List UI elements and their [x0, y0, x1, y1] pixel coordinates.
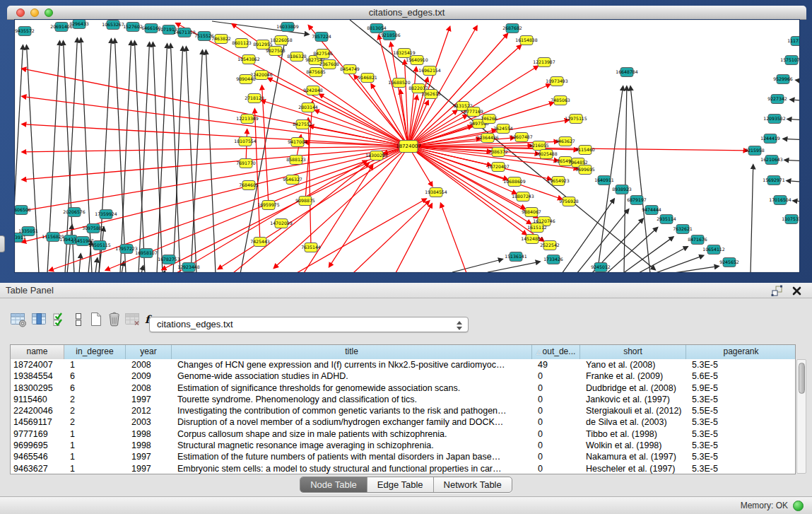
- graph-node[interactable]: 9435572: [15, 27, 35, 36]
- graph-node[interactable]: 9474444: [642, 206, 661, 215]
- graph-node[interactable]: 9463627: [555, 137, 575, 146]
- graph-node[interactable]: 2687682: [502, 24, 522, 33]
- table-row[interactable]: 977716911998Corpus callosum shape and si…: [11, 428, 795, 440]
- column-header-year[interactable]: year: [126, 345, 172, 359]
- graph-node[interactable]: 1733426: [543, 255, 563, 264]
- graph-node[interactable]: 7485063: [551, 96, 570, 105]
- table-row[interactable]: 946362711997Embryonic stem cells: a mode…: [11, 463, 795, 474]
- new-document-button[interactable]: [88, 311, 106, 329]
- table-row[interactable]: 946554611997Estimation of the future num…: [11, 451, 795, 462]
- graph-node[interactable]: 15136141: [505, 252, 527, 262]
- graph-node[interactable]: 12093582: [763, 115, 786, 124]
- graph-node[interactable]: 1107533: [782, 215, 799, 224]
- graph-node[interactable]: 9245652: [719, 258, 739, 267]
- graph-node[interactable]: 16959975: [257, 201, 280, 210]
- tab-edge-table[interactable]: Edge Table: [367, 477, 434, 492]
- citation-network-graph[interactable]: 9435572206914068296433106532671527602646…: [15, 20, 799, 272]
- graph-node[interactable]: 14671358: [173, 28, 196, 37]
- graph-node[interactable]: 2367608: [319, 60, 339, 69]
- close-icon[interactable]: [790, 284, 804, 298]
- graph-node[interactable]: 8215958: [745, 146, 765, 156]
- graph-node[interactable]: 18724007: [396, 141, 421, 153]
- graph-node[interactable]: 10607487: [510, 133, 533, 142]
- graph-node[interactable]: 10025488: [535, 150, 558, 159]
- table-row[interactable]: 2242004622012Investigating the contribut…: [11, 405, 795, 416]
- graph-node[interactable]: 6879197: [627, 196, 647, 205]
- graph-node[interactable]: 9227342: [767, 95, 787, 104]
- graph-node[interactable]: 14702039: [270, 219, 293, 228]
- graph-node[interactable]: 7425443: [250, 238, 270, 247]
- scrollbar-thumb[interactable]: [799, 363, 805, 394]
- graph-node[interactable]: 16648784: [616, 68, 638, 77]
- table-row[interactable]: 911546021997Tourette syndrome. Phenomeno…: [11, 394, 795, 405]
- graph-node[interactable]: 7691770: [236, 159, 256, 168]
- table-settings-button[interactable]: [10, 311, 28, 329]
- graph-node[interactable]: 19218586: [378, 31, 401, 40]
- graph-node[interactable]: 12213987: [533, 58, 555, 67]
- column-header-name[interactable]: name: [11, 345, 64, 359]
- graph-node[interactable]: 7857224: [312, 33, 331, 42]
- graph-node[interactable]: 9546327: [283, 175, 302, 185]
- graph-node[interactable]: 16720407: [487, 163, 510, 172]
- graph-node[interactable]: 9890448: [236, 75, 256, 84]
- graph-node[interactable]: 17016504: [769, 196, 792, 205]
- graph-node[interactable]: 7632621: [673, 225, 693, 234]
- graph-node[interactable]: 20206576: [63, 208, 86, 217]
- table-row[interactable]: 1938455462009Genome-wide association stu…: [11, 370, 795, 382]
- table-row[interactable]: 969969511998Structural magnetic resonanc…: [11, 440, 795, 451]
- show-column-button[interactable]: [31, 311, 49, 329]
- float-window-icon[interactable]: [770, 284, 784, 298]
- graph-node[interactable]: 17957223: [115, 245, 138, 254]
- graph-node[interactable]: 18807243: [512, 192, 534, 201]
- graph-node[interactable]: 16962154: [418, 66, 441, 76]
- graph-node[interactable]: 16154838: [515, 36, 538, 45]
- delete-table-button[interactable]: [106, 311, 124, 329]
- graph-node[interactable]: 9098875: [295, 197, 315, 206]
- graph-node[interactable]: 2718120: [245, 94, 264, 103]
- graph-node[interactable]: 9115460: [575, 146, 595, 155]
- graph-node[interactable]: 9417004: [288, 138, 307, 147]
- graph-node[interactable]: 15751074: [780, 56, 799, 65]
- graph-node[interactable]: 1362615: [421, 90, 441, 99]
- table-row[interactable]: 1872400712008Changes of HCN gene express…: [11, 359, 795, 370]
- graph-node[interactable]: 1527602: [123, 23, 143, 32]
- graph-node[interactable]: 1615112: [527, 223, 547, 233]
- graph-node[interactable]: 10653267: [102, 21, 124, 30]
- graph-node[interactable]: 8427552: [293, 120, 312, 129]
- graph-node[interactable]: 746266: [481, 115, 498, 124]
- graph-node[interactable]: 18226058: [270, 36, 293, 45]
- table-panel-header[interactable]: Table Panel: [0, 283, 812, 298]
- graph-node[interactable]: 7463822: [211, 35, 231, 44]
- table-body[interactable]: 1872400712008Changes of HCN gene express…: [11, 359, 795, 474]
- graph-node[interactable]: 8475685: [306, 68, 326, 77]
- tab-network-table[interactable]: Network Table: [434, 477, 512, 492]
- graph-node[interactable]: 15640910: [406, 56, 428, 65]
- select-columns-button[interactable]: [52, 311, 71, 329]
- graph-node[interactable]: 10688609: [503, 177, 526, 187]
- table-row[interactable]: 1456911722003Disruption of a novel membe…: [11, 416, 795, 428]
- graph-node[interactable]: 9146821: [358, 74, 377, 83]
- graph-node[interactable]: 17359924: [95, 210, 117, 219]
- graph-node[interactable]: 8601123: [232, 39, 252, 48]
- column-header-out_de[interactable]: △out_de...: [532, 345, 580, 359]
- network-file-select[interactable]: citations_edges.txt: [149, 317, 469, 332]
- tab-node-table[interactable]: Node Table: [300, 477, 367, 492]
- node-attribute-table[interactable]: namein_degreeyeartitle△out_de...shortpag…: [10, 344, 796, 474]
- graph-node[interactable]: 3913911: [15, 233, 26, 243]
- column-header-title[interactable]: title: [172, 345, 532, 359]
- graph-node[interactable]: 2935114: [657, 215, 676, 224]
- graph-node[interactable]: 19384554: [425, 188, 447, 197]
- graph-node[interactable]: 10654112: [702, 245, 725, 255]
- column-header-pagerank[interactable]: pagerank: [686, 345, 796, 359]
- graph-node[interactable]: 10543862: [237, 55, 260, 64]
- table-row[interactable]: 1830029562008Estimation of significance …: [11, 382, 795, 394]
- clear-selection-button[interactable]: [71, 311, 89, 329]
- graph-node[interactable]: 2803144: [298, 103, 318, 112]
- graph-node[interactable]: 8938923: [612, 185, 632, 194]
- vertical-scrollbar[interactable]: [796, 359, 806, 474]
- window-titlebar[interactable]: citations_edges.txt: [7, 6, 806, 20]
- collapsed-panel-handle[interactable]: [0, 235, 5, 252]
- graph-node[interactable]: 8454749: [340, 65, 360, 74]
- graph-node[interactable]: 18107554: [234, 137, 257, 146]
- graph-node[interactable]: 8186328: [287, 52, 307, 62]
